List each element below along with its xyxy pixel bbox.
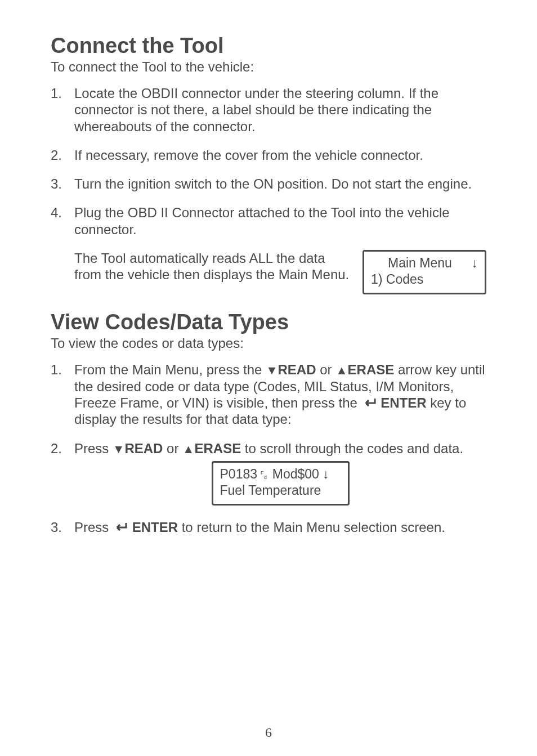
lcd-code-box: P0183 Fd Mod$00 ↓ Fuel Temperature	[212, 461, 350, 506]
section1-heading: Connect the Tool	[51, 34, 486, 58]
lcd-title: Main Menu	[371, 255, 452, 271]
section2-list: From the Main Menu, press the READ or ER…	[51, 361, 486, 535]
erase-label: ERASE	[194, 441, 241, 456]
item2-pre: Press	[74, 441, 113, 456]
list-item: If necessary, remove the cover from the …	[51, 147, 486, 163]
lcd-line2: 1) Codes	[371, 271, 478, 288]
list-item: Turn the ignition switch to the ON posit…	[51, 176, 486, 192]
enter-label: ENTER	[132, 520, 178, 535]
enter-icon	[361, 395, 377, 411]
lcd-line2: Fuel Temperature	[220, 482, 341, 499]
section1-subhead: To connect the Tool to the vehicle:	[51, 59, 486, 75]
section1-note: The Tool automatically reads ALL the dat…	[51, 250, 352, 283]
enter-icon	[113, 519, 128, 535]
section2-heading: View Codes/Data Types	[51, 310, 486, 334]
triangle-down-icon	[113, 440, 124, 457]
triangle-down-icon	[266, 361, 278, 378]
or-label: or	[163, 441, 182, 456]
list-item: Locate the OBDII connector under the ste…	[51, 85, 486, 135]
lcd-main-menu: Main Menu ↓ 1) Codes	[363, 250, 486, 295]
svg-text:d: d	[264, 475, 267, 480]
item3-post: to return to the Main Menu selection scr…	[178, 520, 445, 535]
triangle-up-icon	[182, 440, 194, 457]
read-label: READ	[278, 362, 316, 377]
lcd-code: P0183	[220, 467, 258, 481]
list-item: From the Main Menu, press the READ or ER…	[51, 361, 486, 427]
enter-label: ENTER	[381, 395, 426, 410]
down-arrow-icon: ↓	[472, 255, 478, 271]
list-item: Plug the OBD II Connector attached to th…	[51, 204, 486, 238]
erase-label: ERASE	[348, 362, 395, 377]
list-item: Press ENTER to return to the Main Menu s…	[51, 519, 486, 535]
read-label: READ	[124, 441, 163, 456]
item1-pre: From the Main Menu, press the	[74, 362, 266, 377]
item3-pre: Press	[74, 520, 113, 535]
section1-list: Locate the OBDII connector under the ste…	[51, 85, 486, 238]
section2-subhead: To view the codes or data types:	[51, 335, 486, 351]
lcd-mod: Mod$00	[268, 467, 323, 481]
or-label: or	[316, 362, 336, 377]
triangle-up-icon	[335, 361, 347, 378]
down-arrow-icon: ↓	[323, 467, 329, 481]
item2-post: to scroll through the codes and data.	[241, 441, 463, 456]
fd-icon: Fd	[261, 466, 268, 482]
page-number: 6	[0, 725, 537, 740]
list-item: Press READ or ERASE to scroll through th…	[51, 440, 486, 506]
